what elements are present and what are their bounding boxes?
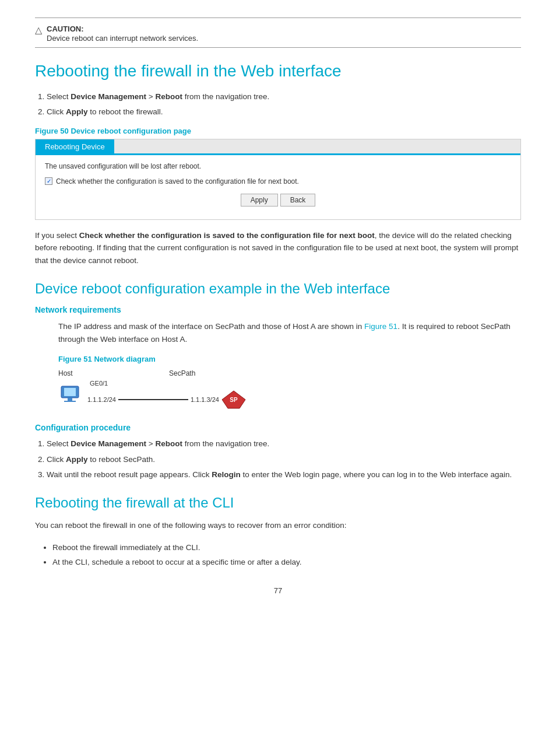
network-diagram: Host SecPath GE0/1 1.1.1.2/24 1.1.1.3/24… <box>58 369 521 411</box>
step-1: Select Device Management > Reboot from t… <box>47 91 521 103</box>
bold-reboot: Reboot <box>155 92 182 101</box>
ip-line-row: 1.1.1.2/24 1.1.1.3/24 SP <box>87 388 248 411</box>
section1-title: Rebooting the firewall in the Web interf… <box>35 62 521 80</box>
bold-apply: Apply <box>66 107 88 116</box>
diagram-labels: Host SecPath <box>58 369 521 377</box>
bold-relogin: Relogin <box>212 470 241 479</box>
figure50-label: Figure 50 Device reboot configuration pa… <box>35 127 521 135</box>
ui-mockup-reboot: Rebooting Device The unsaved configurati… <box>35 139 521 220</box>
connection-line <box>118 399 188 400</box>
svg-text:SP: SP <box>230 397 238 403</box>
bold-check-phrase: Check whether the configuration is saved… <box>79 231 375 240</box>
step-2: Click Apply to reboot the firewall. <box>47 106 521 118</box>
svg-rect-3 <box>64 401 76 402</box>
section1-paragraph: If you select Check whether the configur… <box>35 229 521 267</box>
caution-description: Device reboot can interrupt network serv… <box>47 34 198 43</box>
section2-title: Device reboot configuration example in t… <box>35 281 521 297</box>
host-label: Host <box>58 369 111 377</box>
host-ip: 1.1.1.2/24 <box>87 396 116 403</box>
checkbox-label: Check whether the configuration is saved… <box>56 177 299 186</box>
host-icon <box>58 384 87 407</box>
svg-rect-1 <box>64 388 76 396</box>
page-number: 77 <box>35 586 521 595</box>
figure51-link[interactable]: Figure 51 <box>364 322 397 331</box>
figure51-label: Figure 51 Network diagram <box>35 355 521 363</box>
bold-device-mgmt-2: Device Management <box>71 439 146 448</box>
network-requirements-title: Network requirements <box>35 305 521 314</box>
back-button[interactable]: Back <box>280 194 316 206</box>
ui-tab-bar: Rebooting Device <box>36 139 520 154</box>
network-req-text: The IP address and mask of the interface… <box>35 320 521 345</box>
bullet-1: Reboot the firewall immediately at the C… <box>52 541 521 554</box>
section3-bullets: Reboot the firewall immediately at the C… <box>35 541 521 569</box>
section1-steps: Select Device Management > Reboot from t… <box>35 91 521 118</box>
ui-tab-inactive <box>114 139 520 154</box>
secpath-label: SecPath <box>169 369 195 377</box>
ui-body: The unsaved configuration will be lost a… <box>36 154 520 219</box>
caution-label: CAUTION: <box>47 24 84 33</box>
top-rule <box>35 18 521 18</box>
config-steps: Select Device Management > Reboot from t… <box>35 438 521 481</box>
config-step-2: Click Apply to reboot SecPath. <box>47 454 521 466</box>
config-save-checkbox[interactable]: ✓ <box>45 177 52 185</box>
bold-device-management: Device Management <box>71 92 146 101</box>
config-proc-title: Configuration procedure <box>35 423 521 432</box>
bottom-rule <box>35 47 521 48</box>
secpath-icon: SP <box>219 388 248 411</box>
connection-area: GE0/1 1.1.1.2/24 1.1.1.3/24 SP <box>87 380 248 411</box>
ge-label: GE0/1 <box>90 380 108 387</box>
ui-warning-text: The unsaved configuration will be lost a… <box>45 162 511 170</box>
bold-reboot-2: Reboot <box>155 439 182 448</box>
bullet-2: At the CLI, schedule a reboot to occur a… <box>52 556 521 569</box>
bold-apply-2: Apply <box>66 455 88 464</box>
config-step-1: Select Device Management > Reboot from t… <box>47 438 521 450</box>
caution-triangle-icon: △ <box>35 24 42 36</box>
ui-checkbox-row: ✓ Check whether the configuration is sav… <box>45 177 511 186</box>
config-step-3: Wait until the reboot result page appear… <box>47 469 521 481</box>
ui-buttons: Apply Back <box>45 194 511 212</box>
secpath-ip: 1.1.1.3/24 <box>191 396 219 403</box>
svg-rect-2 <box>68 398 72 401</box>
section3-intro: You can reboot the firewall in one of th… <box>35 519 521 532</box>
caution-box: △ CAUTION: Device reboot can interrupt n… <box>35 24 521 43</box>
diagram-visual: GE0/1 1.1.1.2/24 1.1.1.3/24 SP <box>58 380 521 411</box>
apply-button[interactable]: Apply <box>241 194 278 206</box>
section3-title: Rebooting the firewall at the CLI <box>35 495 521 511</box>
caution-content: CAUTION: Device reboot can interrupt net… <box>47 24 521 43</box>
rebooting-device-tab[interactable]: Rebooting Device <box>36 139 114 154</box>
